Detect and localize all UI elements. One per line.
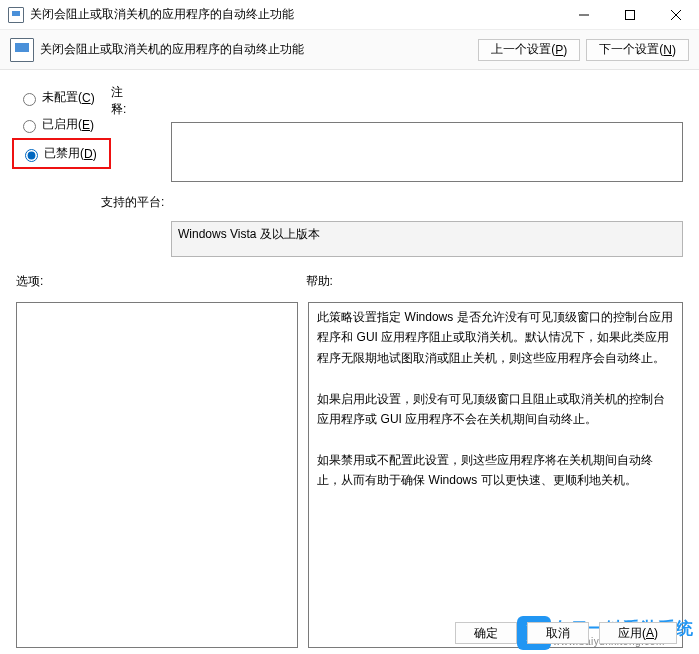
platform-text: Windows Vista 及以上版本 [171, 221, 683, 257]
policy-icon [10, 38, 34, 62]
close-button[interactable] [653, 0, 699, 30]
sub-header-title: 关闭会阻止或取消关机的应用程序的自动终止功能 [40, 41, 472, 58]
minimize-button[interactable] [561, 0, 607, 30]
apply-button[interactable]: 应用(A) [599, 622, 677, 644]
lower-headings: 选项: 帮助: [0, 257, 699, 294]
radio-disabled[interactable]: 已禁用(D) [14, 142, 103, 165]
maximize-button[interactable] [607, 0, 653, 30]
window-title: 关闭会阻止或取消关机的应用程序的自动终止功能 [30, 6, 561, 23]
ok-button[interactable]: 确定 [455, 622, 517, 644]
upper-area: 未配置(C) 已启用(E) 已禁用(D) 注释: 支持的平台: W [0, 70, 699, 257]
radio-enabled[interactable]: 已启用(E) [0, 111, 170, 138]
radio-group: 未配置(C) 已启用(E) 已禁用(D) [0, 70, 170, 257]
options-panel[interactable] [16, 302, 298, 648]
cancel-button[interactable]: 取消 [527, 622, 589, 644]
sub-header: 关闭会阻止或取消关机的应用程序的自动终止功能 上一个设置(P) 下一个设置(N) [0, 30, 699, 70]
app-icon [8, 7, 24, 23]
comment-input[interactable] [171, 122, 683, 182]
titlebar: 关闭会阻止或取消关机的应用程序的自动终止功能 [0, 0, 699, 30]
prev-setting-button[interactable]: 上一个设置(P) [478, 39, 580, 61]
lower-area: 此策略设置指定 Windows 是否允许没有可见顶级窗口的控制台应用程序和 GU… [0, 302, 699, 648]
help-panel[interactable]: 此策略设置指定 Windows 是否允许没有可见顶级窗口的控制台应用程序和 GU… [308, 302, 683, 648]
next-setting-button[interactable]: 下一个设置(N) [586, 39, 689, 61]
radio-disabled-highlight: 已禁用(D) [12, 138, 111, 169]
radio-not-configured[interactable]: 未配置(C) [0, 84, 170, 111]
svg-rect-0 [626, 10, 635, 19]
upper-right: 注释: 支持的平台: Windows Vista 及以上版本 [170, 70, 699, 257]
options-label: 选项: [16, 273, 296, 290]
footer-buttons: 确定 取消 应用(A) [455, 622, 677, 644]
help-label: 帮助: [306, 273, 683, 290]
